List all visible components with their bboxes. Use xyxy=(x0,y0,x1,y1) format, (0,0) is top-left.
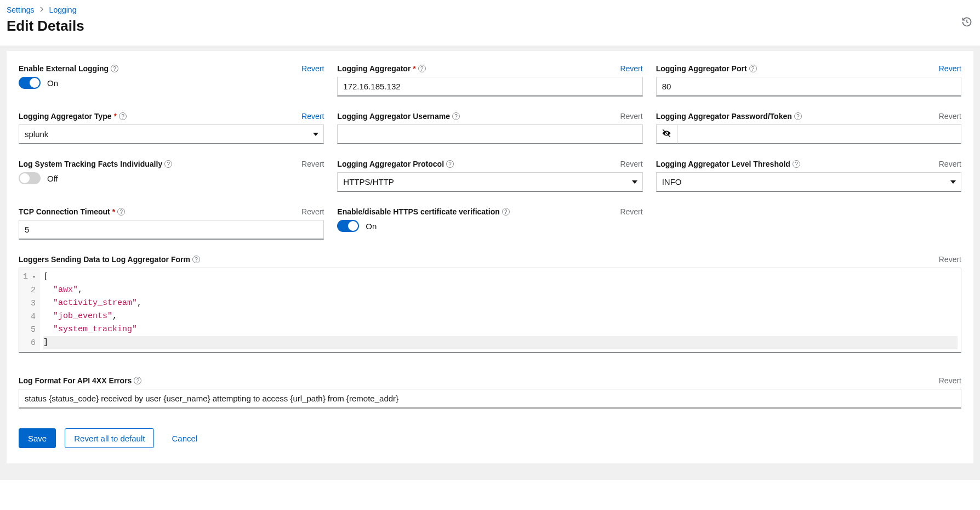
field-loggers: Loggers Sending Data to Log Aggregator F… xyxy=(19,255,961,353)
logging-aggregator-username-input[interactable] xyxy=(337,124,642,144)
toggle-state-label: On xyxy=(366,222,377,231)
field-label: Logging Aggregator Password/Token ? xyxy=(656,112,802,121)
revert-link[interactable]: Revert xyxy=(301,112,324,121)
revert-link[interactable]: Revert xyxy=(939,64,961,73)
logging-aggregator-type-select[interactable]: splunk xyxy=(19,124,324,144)
field-label: Log Format For API 4XX Errors ? xyxy=(19,376,141,385)
page-header: Settings Logging Edit Details xyxy=(0,0,980,46)
revert-link[interactable]: Revert xyxy=(620,112,642,121)
field-logging-aggregator-level: Logging Aggregator Level Threshold ? Rev… xyxy=(656,160,961,192)
help-icon[interactable]: ? xyxy=(452,112,460,120)
toggle-password-visibility[interactable] xyxy=(656,124,677,144)
field-label: Log System Tracking Facts Individually ? xyxy=(19,160,172,168)
help-icon[interactable]: ? xyxy=(117,208,125,216)
field-label: TCP Connection Timeout * ? xyxy=(19,207,125,216)
code-body[interactable]: [ "awx", "activity_stream", "job_events"… xyxy=(40,268,961,352)
revert-link[interactable]: Revert xyxy=(620,64,642,73)
cert-verify-toggle[interactable] xyxy=(337,220,359,232)
field-label: Enable/disable HTTPS certificate verific… xyxy=(337,207,509,216)
logging-aggregator-input[interactable] xyxy=(337,77,642,97)
field-logging-aggregator-port: Logging Aggregator Port ? Revert xyxy=(656,64,961,97)
revert-link[interactable]: Revert xyxy=(939,376,961,385)
cancel-button[interactable]: Cancel xyxy=(163,428,206,448)
enable-external-logging-toggle[interactable] xyxy=(19,77,41,89)
help-icon[interactable]: ? xyxy=(793,160,800,168)
help-icon[interactable]: ? xyxy=(134,377,141,384)
help-icon[interactable]: ? xyxy=(192,256,200,263)
log-format-input[interactable] xyxy=(19,389,961,409)
help-icon[interactable]: ? xyxy=(502,208,510,216)
eye-off-icon xyxy=(662,128,671,140)
field-empty xyxy=(656,207,961,240)
breadcrumb-logging[interactable]: Logging xyxy=(49,5,77,14)
revert-link[interactable]: Revert xyxy=(301,160,324,168)
field-logging-aggregator-username: Logging Aggregator Username ? Revert xyxy=(337,112,642,144)
help-icon[interactable]: ? xyxy=(164,160,172,168)
page-title: Edit Details xyxy=(7,18,973,35)
save-button[interactable]: Save xyxy=(19,428,56,448)
form-actions: Save Revert all to default Cancel xyxy=(19,428,961,448)
revert-link[interactable]: Revert xyxy=(939,255,961,264)
field-label: Enable External Logging ? xyxy=(19,64,118,73)
revert-link[interactable]: Revert xyxy=(301,207,324,216)
code-gutter: 1 ▾23456 xyxy=(19,268,40,352)
history-icon xyxy=(961,21,972,29)
logging-aggregator-protocol-select[interactable]: HTTPS/HTTP xyxy=(337,172,642,192)
chevron-right-icon xyxy=(40,6,44,14)
field-enable-external-logging: Enable External Logging ? Revert On xyxy=(19,64,324,97)
help-icon[interactable]: ? xyxy=(418,65,426,72)
field-log-format: Log Format For API 4XX Errors ? Revert xyxy=(19,376,961,409)
toggle-state-label: On xyxy=(47,78,58,88)
form-card: Enable External Logging ? Revert On Logg… xyxy=(7,51,973,463)
field-tcp-timeout: TCP Connection Timeout * ? Revert xyxy=(19,207,324,240)
field-cert-verify: Enable/disable HTTPS certificate verific… xyxy=(337,207,642,240)
field-label: Loggers Sending Data to Log Aggregator F… xyxy=(19,255,200,264)
revert-link[interactable]: Revert xyxy=(939,160,961,168)
logging-aggregator-port-input[interactable] xyxy=(656,77,961,97)
help-icon[interactable]: ? xyxy=(119,112,127,120)
loggers-code-editor[interactable]: 1 ▾23456 [ "awx", "activity_stream", "jo… xyxy=(19,268,961,353)
help-icon[interactable]: ? xyxy=(794,112,802,120)
field-label: Logging Aggregator Type * ? xyxy=(19,112,127,121)
revert-all-button[interactable]: Revert all to default xyxy=(65,428,154,448)
logging-aggregator-level-select[interactable]: INFO xyxy=(656,172,961,192)
field-track-facts: Log System Tracking Facts Individually ?… xyxy=(19,160,324,192)
field-logging-aggregator-type: Logging Aggregator Type * ? Revert splun… xyxy=(19,112,324,144)
field-label: Logging Aggregator Level Threshold ? xyxy=(656,160,800,168)
revert-link[interactable]: Revert xyxy=(301,64,324,73)
toggle-state-label: Off xyxy=(47,174,58,183)
help-icon[interactable]: ? xyxy=(446,160,454,168)
field-label: Logging Aggregator Port ? xyxy=(656,64,757,73)
breadcrumb: Settings Logging xyxy=(7,5,973,14)
field-label: Logging Aggregator Protocol ? xyxy=(337,160,454,168)
breadcrumb-settings[interactable]: Settings xyxy=(7,5,35,14)
help-icon[interactable]: ? xyxy=(111,65,118,72)
field-label: Logging Aggregator * ? xyxy=(337,64,425,73)
field-logging-aggregator: Logging Aggregator * ? Revert xyxy=(337,64,642,97)
field-logging-aggregator-protocol: Logging Aggregator Protocol ? Revert HTT… xyxy=(337,160,642,192)
help-icon[interactable]: ? xyxy=(749,65,757,72)
track-facts-toggle[interactable] xyxy=(19,172,41,184)
field-logging-aggregator-password: Logging Aggregator Password/Token ? Reve… xyxy=(656,112,961,144)
history-button[interactable] xyxy=(961,16,972,29)
tcp-timeout-input[interactable] xyxy=(19,220,324,240)
revert-link[interactable]: Revert xyxy=(939,112,961,121)
revert-link[interactable]: Revert xyxy=(620,207,642,216)
field-label: Logging Aggregator Username ? xyxy=(337,112,460,121)
logging-aggregator-password-input[interactable] xyxy=(677,124,961,144)
revert-link[interactable]: Revert xyxy=(620,160,642,168)
